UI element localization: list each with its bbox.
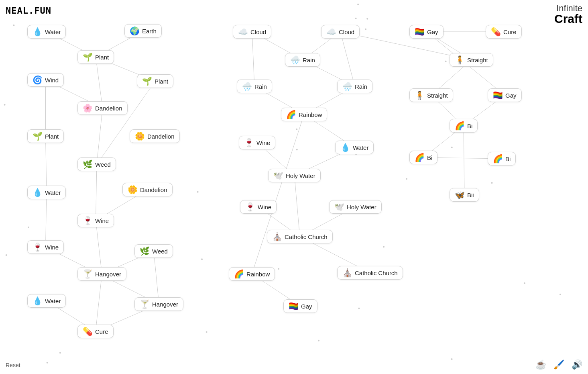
svg-point-47 — [383, 246, 385, 248]
svg-point-49 — [47, 362, 48, 364]
node-holywater1[interactable]: 🕊️Holy Water — [268, 169, 321, 182]
svg-point-60 — [451, 358, 453, 360]
node-hangover1[interactable]: 🍸Hangover — [77, 267, 126, 281]
svg-point-70 — [445, 61, 447, 62]
node-gay2[interactable]: 🏳️‍🌈Gay — [488, 88, 522, 102]
node-weed2[interactable]: 🌿Weed — [134, 244, 173, 258]
label-rainbow2: Rainbow — [246, 271, 270, 278]
icon-holywater2: 🕊️ — [334, 203, 344, 211]
svg-point-74 — [296, 149, 298, 151]
node-rain2[interactable]: 🌧️Rain — [237, 80, 272, 93]
node-wine1[interactable]: 🍷Wine — [77, 214, 114, 227]
svg-line-12 — [96, 221, 102, 274]
node-straight2[interactable]: 🧍Straight — [409, 88, 453, 102]
node-cure1[interactable]: 💊Cure — [77, 325, 114, 338]
icon-rainbow2: 🌈 — [234, 270, 244, 278]
svg-point-52 — [296, 129, 297, 130]
svg-line-43 — [464, 126, 464, 195]
node-plant2[interactable]: 🌱Plant — [137, 74, 173, 88]
node-cloud1[interactable]: ☁️Cloud — [233, 25, 271, 39]
node-holywater2[interactable]: 🕊️Holy Water — [329, 200, 382, 214]
sound-icon[interactable]: 🔊 — [572, 360, 582, 370]
node-dandelion1[interactable]: 🌸Dandelion — [77, 101, 128, 115]
node-plant3[interactable]: 🌱Plant — [27, 129, 64, 143]
svg-point-67 — [4, 104, 6, 106]
label-bi2: Bi — [427, 154, 432, 161]
coffee-icon[interactable]: ☕ — [535, 360, 546, 370]
node-rainbow1[interactable]: 🌈Rainbow — [281, 108, 327, 121]
icon-dandelion2: 🌼 — [135, 132, 145, 140]
icon-wine1: 🍷 — [83, 217, 93, 225]
label-wind1: Wind — [45, 77, 59, 84]
label-hangover2: Hangover — [152, 301, 178, 308]
node-water4[interactable]: 💧Water — [335, 141, 374, 154]
icon-rain3: 🌧️ — [342, 82, 352, 90]
svg-point-48 — [318, 340, 319, 341]
icon-water3: 💧 — [33, 297, 43, 305]
icon-gay3: 🏳️‍🌈 — [289, 302, 299, 310]
node-cloud2[interactable]: ☁️Cloud — [321, 25, 360, 39]
node-rain1[interactable]: 🌧️Rain — [285, 53, 320, 67]
reset-button[interactable]: Reset — [6, 362, 20, 368]
label-bi3: Bi — [505, 155, 511, 162]
node-rainbow2[interactable]: 🌈Rainbow — [229, 267, 275, 281]
node-bi2[interactable]: 🌈Bi — [409, 151, 437, 164]
node-rain3[interactable]: 🌧️Rain — [337, 80, 372, 93]
svg-point-51 — [13, 25, 14, 26]
icon-weed1: 🌿 — [83, 160, 93, 168]
node-bi1[interactable]: 🌈Bi — [450, 119, 478, 133]
icon-catholicchurch1: ⛪ — [272, 233, 282, 241]
label-gay1: Gay — [427, 29, 438, 35]
node-cure2[interactable]: 💊Cure — [486, 25, 522, 39]
label-plant3: Plant — [45, 133, 59, 140]
svg-point-56 — [524, 282, 525, 284]
svg-point-53 — [6, 254, 7, 256]
node-earth1[interactable]: 🌍Earth — [124, 24, 162, 38]
label-rainbow1: Rainbow — [299, 111, 322, 118]
node-wind1[interactable]: 🌀Wind — [27, 73, 64, 87]
label-cloud1: Cloud — [250, 29, 266, 35]
icon-dandelion3: 🌼 — [128, 186, 138, 194]
node-dandelion3[interactable]: 🌼Dandelion — [122, 183, 173, 196]
label-catholicchurch1: Catholic Church — [285, 233, 328, 240]
node-wine4[interactable]: 🍷Wine — [240, 200, 277, 214]
node-gay1[interactable]: 🏳️‍🌈Gay — [409, 25, 444, 39]
node-dandelion2[interactable]: 🌼Dandelion — [130, 129, 180, 143]
icon-earth1: 🌍 — [130, 27, 140, 35]
label-bii1: Bii — [467, 192, 474, 198]
node-wine3[interactable]: 🍷Wine — [239, 136, 275, 149]
node-catholicchurch1[interactable]: ⛪Catholic Church — [267, 230, 333, 243]
icon-wine2: 🍷 — [33, 243, 43, 251]
node-weed1[interactable]: 🌿Weed — [77, 157, 116, 171]
brand-top: Infinite — [554, 4, 582, 13]
icon-bi3: 🌈 — [493, 155, 503, 163]
node-bii1[interactable]: 🦋Bii — [450, 188, 479, 202]
node-plant1[interactable]: 🌱Plant — [77, 50, 114, 64]
node-water2[interactable]: 💧Water — [27, 186, 66, 199]
node-gay3[interactable]: 🏳️‍🌈Gay — [283, 299, 317, 313]
node-water1[interactable]: 💧Water — [27, 25, 66, 39]
paint-icon[interactable]: 🖌️ — [553, 360, 564, 370]
label-water2: Water — [45, 189, 61, 196]
label-water4: Water — [353, 144, 368, 151]
node-hangover2[interactable]: 🍸Hangover — [134, 297, 183, 311]
label-catholicchurch2: Catholic Church — [355, 270, 398, 276]
icon-dandelion1: 🌸 — [83, 104, 93, 112]
svg-point-55 — [451, 147, 453, 148]
icon-bi2: 🌈 — [415, 153, 425, 161]
node-water3[interactable]: 💧Water — [27, 294, 66, 308]
node-wine2[interactable]: 🍷Wine — [27, 240, 64, 254]
icon-plant2: 🌱 — [142, 77, 152, 85]
label-gay3: Gay — [301, 303, 312, 310]
logo: NEAL.FUN — [6, 6, 51, 16]
label-rain3: Rain — [355, 83, 367, 90]
node-bi3[interactable]: 🌈Bi — [488, 152, 516, 166]
label-dandelion3: Dandelion — [140, 186, 167, 193]
node-catholicchurch2[interactable]: ⛪Catholic Church — [337, 266, 403, 280]
node-straight1[interactable]: 🧍Straight — [450, 53, 493, 67]
svg-line-8 — [46, 136, 47, 192]
svg-point-65 — [197, 191, 199, 193]
icon-straight2: 🧍 — [415, 91, 425, 99]
svg-line-7 — [97, 81, 155, 164]
label-holywater1: Holy Water — [286, 172, 315, 179]
